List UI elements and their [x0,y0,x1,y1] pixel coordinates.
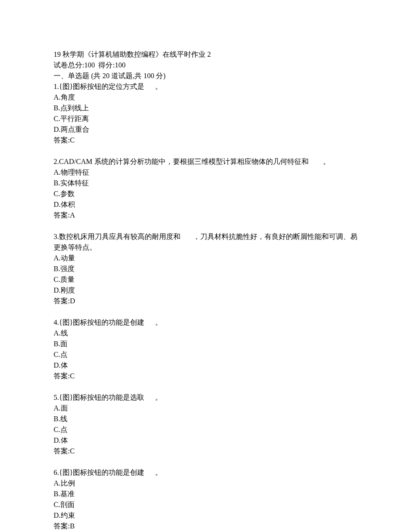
option-a: A.物理特征 [54,167,357,178]
question-5: 5.{图}图标按钮的功能是选取 。 A.面 B.线 C.点 D.体 答案:C [54,392,357,457]
question-2: 2.CAD/CAM 系统的计算分析功能中，要根据三维模型计算相应物体的几何特征和… [54,156,357,221]
option-a: A.角度 [54,92,357,103]
option-d: D.两点重合 [54,124,357,135]
question-1: 1.{图}图标按钮的定位方式是 。 A.角度 B.点到线上 C.平行距离 D.两… [54,81,357,146]
option-c: C.点 [54,349,357,360]
option-c: C.剖面 [54,499,357,510]
option-b: B.线 [54,414,357,424]
option-b: B.点到线上 [54,103,357,113]
answer: 答案:C [54,446,357,457]
answer: 答案:C [54,135,357,146]
option-d: D.体 [54,360,357,371]
answer: 答案:A [54,210,357,221]
exam-title: 19 秋学期《计算机辅助数控编程》在线平时作业 2 [54,49,357,60]
option-d: D.体 [54,435,357,446]
answer: 答案:B [54,521,357,532]
question-stem: 4.{图}图标按钮的功能是创建 。 [54,317,357,328]
option-b: B.基准 [54,489,357,499]
option-d: D.约束 [54,510,357,521]
option-d: D.体积 [54,199,357,210]
question-3: 3.数控机床用刀具应具有较高的耐用度和 ，刀具材料抗脆性好，有良好的断屑性能和可… [54,231,357,306]
option-b: B.面 [54,339,357,349]
option-d: D.刚度 [54,285,357,296]
option-c: C.点 [54,424,357,435]
question-stem: 3.数控机床用刀具应具有较高的耐用度和 ，刀具材料抗脆性好，有良好的断屑性能和可… [54,231,357,253]
question-stem: 1.{图}图标按钮的定位方式是 。 [54,81,357,92]
option-a: A.动量 [54,253,357,264]
question-4: 4.{图}图标按钮的功能是创建 。 A.线 B.面 C.点 D.体 答案:C [54,317,357,381]
option-c: C.平行距离 [54,113,357,124]
option-a: A.面 [54,403,357,414]
score-line: 试卷总分:100 得分:100 [54,60,357,71]
question-6: 6.{图}图标按钮的功能是创建 。 A.比例 B.基准 C.剖面 D.约束 答案… [54,467,357,532]
option-a: A.线 [54,328,357,339]
answer: 答案:C [54,371,357,381]
option-c: C.参数 [54,189,357,199]
answer: 答案:D [54,296,357,306]
question-stem: 6.{图}图标按钮的功能是创建 。 [54,467,357,478]
section-heading: 一、单选题 (共 20 道试题,共 100 分) [54,71,357,81]
question-stem: 2.CAD/CAM 系统的计算分析功能中，要根据三维模型计算相应物体的几何特征和… [54,156,357,167]
option-c: C.质量 [54,274,357,285]
option-a: A.比例 [54,478,357,489]
option-b: B.强度 [54,264,357,274]
question-stem: 5.{图}图标按钮的功能是选取 。 [54,392,357,403]
option-b: B.实体特征 [54,178,357,189]
